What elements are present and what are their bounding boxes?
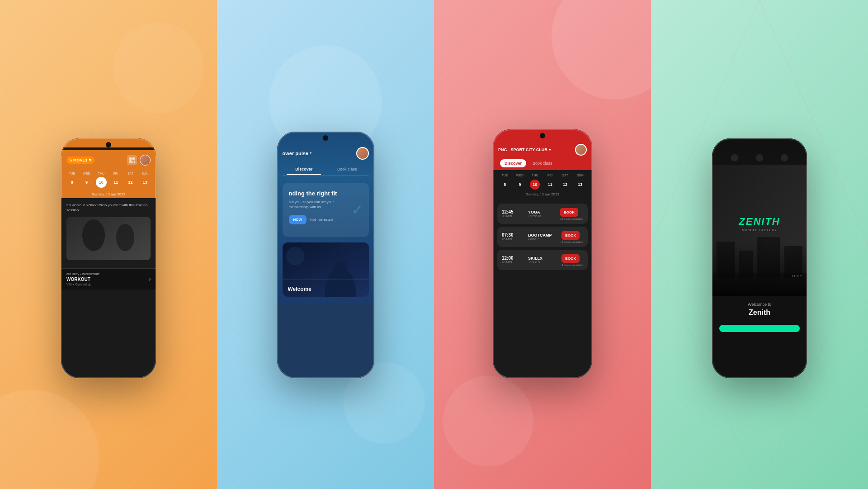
phone3-tabs: Discover Book class (498, 159, 587, 170)
phone1-badge-label: MOVEs (73, 158, 88, 162)
phone1-avatar[interactable] (140, 155, 151, 166)
phone4-equipment-label: FUNC (792, 275, 802, 278)
phone1-badge: 5 MOVEs ▾ (66, 157, 94, 164)
phone1-calendar: TUE WED THU FRI SAT SUN 8 9 10 11 12 13 (61, 169, 156, 190)
deco-circle-1 (0, 389, 99, 489)
phone4-zenith-logo: ZENITH MUSCLE FACTORY (739, 215, 780, 231)
class-card-skillx: 12:00 40 MIN SKILLX Jackie S. BOOK 4 pla… (497, 250, 588, 270)
yoga-places: 19 places available (560, 218, 583, 220)
start-now-button[interactable]: NOW (289, 215, 307, 224)
phone2-welcome-text: Welcome (288, 286, 311, 292)
phone-frame-3: PNG - SPORT CITY CLUB ▾ Discover Book cl… (493, 129, 592, 378)
phone2-avatar[interactable] (356, 147, 369, 160)
phone2-club-name: ower pulse ▾ (283, 151, 311, 156)
phone1-notch (106, 142, 111, 147)
phone1-workout-sub: VEs • Gym set up (66, 283, 151, 286)
phone1-content: It's workout o'clock! Push yourself with… (61, 198, 156, 268)
section-blue: ower pulse ▾ Discover Book class ✓ nding… (217, 0, 434, 489)
class-card-yoga: 12:45 30 MIN YOGA Teresa M. BOOK 19 plac… (497, 204, 588, 224)
bootcamp-places: 8 places available (561, 241, 583, 243)
phone3-top-bar: PNG - SPORT CITY CLUB ▾ (498, 140, 587, 159)
yoga-book-button[interactable]: BOOK (560, 208, 578, 217)
deco-circle-2 (113, 23, 203, 113)
phone4-gym-name: Zenith (719, 309, 800, 317)
svg-point-17 (286, 247, 304, 265)
phone1-chevron-icon[interactable]: › (149, 277, 151, 282)
zenith-cta-button[interactable] (719, 325, 800, 332)
svg-rect-10 (66, 217, 151, 260)
svg-rect-8 (132, 162, 133, 163)
phone-frame-4: ZENITH MUSCLE FACTORY FUNC Welcomce to Z… (712, 138, 807, 378)
svg-rect-1 (130, 158, 131, 159)
phone2-notch (323, 135, 328, 141)
svg-rect-7 (134, 161, 135, 161)
bootcamp-instructor: Harry P. (528, 237, 558, 241)
phone4-notch-bar (712, 138, 807, 151)
yoga-name: YOGA (528, 210, 557, 214)
bootcamp-duration: 45 MIN (502, 237, 524, 241)
svg-point-30 (781, 154, 788, 161)
skillx-places: 4 places available (561, 264, 583, 266)
phone2-top-bar: ower pulse ▾ (283, 143, 369, 163)
skillx-book-button[interactable]: BOOK (561, 254, 580, 263)
skillx-name: SKILLX (528, 256, 558, 261)
bootcamp-info: BOOTCAMP Harry P. (528, 233, 558, 241)
yoga-time: 12:45 (502, 209, 524, 214)
phone2-card-text: out you, so you can ize your membership … (289, 199, 352, 209)
qr-icon[interactable] (127, 155, 137, 165)
zenith-title: ZENITH (739, 215, 780, 227)
phone-screen-2: ower pulse ▾ Discover Book class ✓ nding… (277, 132, 374, 378)
skillx-info: SKILLX Jackie S. (528, 256, 558, 264)
bootcamp-time: 07:30 (502, 233, 524, 237)
phone2-welcome-image: Welcome (283, 242, 369, 297)
yoga-book-section: BOOK 19 places available (560, 207, 583, 220)
phone1-day-numbers: 8 9 10 11 12 13 (65, 177, 152, 188)
svg-point-11 (82, 219, 105, 251)
phone1-badge-count: 5 (70, 158, 72, 162)
phone1-workout-title: WORKOUT › (66, 277, 151, 282)
bootcamp-name: BOOTCAMP (528, 233, 558, 237)
tab3-book[interactable]: Book class (528, 159, 557, 167)
phone1-chevron-icon: ▾ (89, 158, 91, 162)
phone1-message: It's workout o'clock! Push yourself with… (66, 203, 151, 213)
phone-screen-3: PNG - SPORT CITY CLUB ▾ Discover Book cl… (493, 129, 592, 378)
zenith-subtitle: MUSCLE FACTORY (739, 228, 780, 231)
skillx-instructor: Jackie S. (528, 261, 558, 264)
skillx-time-block: 12:00 40 MIN (502, 256, 524, 264)
phone2-chevron-icon[interactable]: ▾ (310, 151, 311, 155)
phone4-gym-image: ZENITH MUSCLE FACTORY FUNC (712, 151, 807, 296)
svg-point-12 (116, 224, 134, 251)
skillx-time: 12:00 (502, 256, 524, 261)
phone4-notch (746, 141, 773, 149)
phone1-header: 5 MOVEs ▾ (61, 150, 156, 169)
phone1-workout-tag: our Body • Intermediate (66, 272, 151, 275)
svg-point-29 (756, 154, 763, 161)
phone3-date-label: Sunday, 13 apr 2023 (497, 192, 588, 196)
yoga-instructor: Teresa M. (528, 214, 557, 218)
phone2-card-title: nding the right fit (289, 190, 363, 197)
section-mint: ZENITH MUSCLE FACTORY FUNC Welcomce to Z… (651, 0, 868, 489)
phone4-dark-overlay (712, 242, 807, 296)
phone1-date-label: Sunday, 13 apr 2023 (61, 190, 156, 198)
phone2-tabs: Discover Book class (283, 163, 369, 176)
skillx-book-section: BOOK 4 places available (561, 253, 583, 266)
not-interested-button[interactable]: Not interested (310, 215, 333, 224)
yoga-duration: 30 MIN (502, 214, 524, 218)
class-card-bootcamp: 07:30 45 MIN BOOTCAMP Harry P. BOOK 8 pl… (497, 227, 588, 247)
svg-rect-16 (283, 279, 369, 280)
bootcamp-book-section: BOOK 8 places available (561, 230, 583, 243)
phone3-chevron-icon: ▾ (549, 147, 551, 152)
check-icon: ✓ (351, 201, 363, 218)
yoga-time-block: 12:45 30 MIN (502, 209, 524, 218)
svg-point-15 (334, 261, 347, 274)
phone3-avatar[interactable] (575, 144, 587, 156)
tab-discover[interactable]: Discover (283, 163, 326, 175)
tab-book-class[interactable]: Book class (326, 163, 369, 175)
phone-screen-4: ZENITH MUSCLE FACTORY FUNC Welcomce to Z… (712, 138, 807, 378)
tab3-discover[interactable]: Discover (500, 159, 526, 167)
phone3-header: PNG - SPORT CITY CLUB ▾ Discover Book cl… (493, 129, 592, 170)
bootcamp-book-button[interactable]: BOOK (561, 231, 580, 240)
phone3-class-list: 12:45 30 MIN YOGA Teresa M. BOOK 19 plac… (493, 200, 592, 274)
phone1-days-header: TUE WED THU FRI SAT SUN (65, 172, 152, 175)
svg-rect-9 (134, 162, 135, 163)
